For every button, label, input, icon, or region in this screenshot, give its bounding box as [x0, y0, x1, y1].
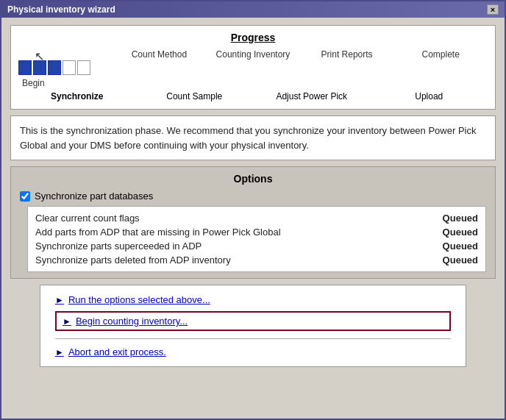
bar-2: [33, 60, 46, 75]
sync-checkbox-label: Synchronize part databases: [35, 191, 153, 202]
row-4-label: Synchronize parts deleted from ADP inven…: [35, 255, 231, 266]
bar-4: [63, 60, 76, 75]
close-button[interactable]: ×: [487, 4, 499, 15]
step-print-reports: Print Reports: [300, 49, 394, 60]
progress-top-row: ↖ Begin Count Method Counting Inventory …: [18, 49, 488, 88]
row-1-label: Clear current count flags: [35, 213, 140, 224]
window-title: Physical inventory wizard: [7, 4, 115, 15]
run-options-label: Run the options selected above...: [68, 294, 210, 305]
sync-checkbox[interactable]: [20, 191, 30, 202]
sub-step-synchronize: Synchronize: [18, 91, 136, 102]
content-area: Progress ↖ Begin: [1, 18, 505, 419]
bar-container: [18, 60, 90, 75]
step-begin-label: Begin: [18, 78, 113, 88]
table-row: Synchronize parts superceeded in ADP Que…: [35, 239, 478, 253]
title-bar: Physical inventory wizard ×: [1, 1, 505, 18]
row-2-status: Queued: [443, 227, 478, 238]
sync-checkbox-row: Synchronize part databases: [20, 191, 486, 202]
step-counting-inventory: Counting Inventory: [206, 49, 300, 60]
begin-arrow-icon: ►: [63, 316, 71, 327]
bar-3: [48, 60, 61, 75]
bar-1: [18, 60, 32, 75]
progress-section: Progress ↖ Begin: [10, 25, 496, 110]
abort-link[interactable]: ► Abort and exit process.: [55, 346, 451, 357]
row-3-label: Synchronize parts superceeded in ADP: [35, 241, 202, 252]
abort-arrow-icon: ►: [55, 347, 64, 357]
row-1-status: Queued: [443, 213, 478, 224]
step-complete: Complete: [393, 49, 488, 60]
options-table: Clear current count flags Queued Add par…: [27, 206, 486, 272]
row-4-status: Queued: [443, 255, 478, 266]
progress-title: Progress: [18, 32, 488, 43]
description-text: This is the synchronization phase. We re…: [20, 125, 476, 151]
options-title: Options: [20, 173, 486, 185]
actions-divider: [55, 338, 451, 339]
bar-5: [77, 60, 90, 75]
table-row: Synchronize parts deleted from ADP inven…: [35, 253, 478, 267]
step-begin-bars: ↖: [18, 49, 113, 78]
options-section: Options Synchronize part databases Clear…: [10, 166, 496, 279]
abort-label: Abort and exit process.: [68, 346, 166, 357]
begin-counting-link[interactable]: ► Begin counting inventory...: [55, 311, 451, 331]
begin-counting-label: Begin counting inventory...: [76, 316, 188, 327]
main-window: Physical inventory wizard × Progress ↖: [0, 0, 506, 420]
run-arrow-icon: ►: [55, 295, 64, 305]
step-count-method: Count Method: [113, 49, 207, 60]
sub-step-upload: Upload: [371, 91, 488, 102]
sub-step-count-sample: Count Sample: [136, 91, 254, 102]
table-row: Add parts from ADP that are missing in P…: [35, 225, 478, 239]
run-options-link[interactable]: ► Run the options selected above...: [55, 294, 451, 305]
actions-section: ► Run the options selected above... ► Be…: [40, 285, 466, 367]
table-row: Clear current count flags Queued: [35, 211, 478, 225]
progress-bottom-row: Synchronize Count Sample Adjust Power Pi…: [18, 91, 488, 102]
step-begin: ↖ Begin: [18, 49, 113, 88]
row-3-status: Queued: [443, 241, 478, 252]
row-2-label: Add parts from ADP that are missing in P…: [35, 227, 281, 238]
description-box: This is the synchronization phase. We re…: [10, 115, 496, 160]
sub-step-adjust-power-pick: Adjust Power Pick: [253, 91, 371, 102]
